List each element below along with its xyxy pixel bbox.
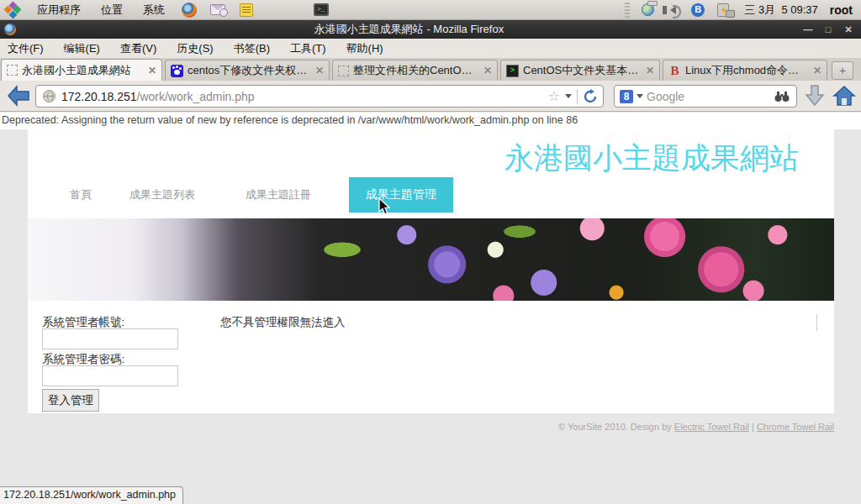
tab-centos-files[interactable]: 整理文件相关的CentO… ✕ <box>332 60 498 81</box>
mouse-cursor <box>378 197 393 216</box>
navigation-toolbar: 172.20.18.251/work/work_admin.php ☆ 8 <box>0 81 861 112</box>
divider-line <box>816 314 817 331</box>
reload-icon[interactable] <box>583 89 598 104</box>
firefox-window-icon <box>4 24 16 35</box>
search-bar[interactable]: 8 <box>614 85 797 108</box>
page-footer: © YourSite 2010. Design by Electric Towe… <box>558 422 834 432</box>
flower-banner-image <box>28 218 834 301</box>
menu-help[interactable]: 帮助(H) <box>339 39 391 58</box>
tab-centos-permissions[interactable]: centos下修改文件夹权… ✕ <box>165 60 330 81</box>
tab-centos-folders[interactable]: > CentOS中文件夹基本… ✕ <box>500 60 660 81</box>
tab-label: 永港國小主題成果網站 <box>22 63 143 78</box>
search-input[interactable] <box>647 90 774 103</box>
firefox-menubar: 文件(F) 编辑(E) 查看(V) 历史(S) 书签(B) 工具(T) 帮助(H… <box>0 39 861 58</box>
panel-grip-handle[interactable] <box>625 3 630 18</box>
system-menu[interactable]: 系统 <box>135 0 173 19</box>
downloads-icon[interactable] <box>804 84 826 108</box>
tab-close-icon[interactable]: ✕ <box>483 65 492 76</box>
blog-favicon-icon: B <box>668 65 681 77</box>
login-button[interactable]: 登入管理 <box>42 389 99 412</box>
bookmark-star-icon[interactable]: ☆ <box>548 88 560 104</box>
centos-logo-icon[interactable] <box>4 2 21 18</box>
url-bar[interactable]: 172.20.18.251/work/work_admin.php ☆ <box>35 85 604 108</box>
notes-launcher-icon[interactable] <box>238 2 255 18</box>
nav-topic-list-link[interactable]: 成果主題列表 <box>129 187 195 202</box>
default-favicon-icon <box>7 65 18 76</box>
close-icon[interactable]: ✕ <box>843 24 854 35</box>
footer-text: © YourSite 2010. Design by <box>558 422 674 432</box>
site-navigation: 首頁 成果主題列表 成果主題註冊 成果主題管理 <box>28 177 834 213</box>
email-launcher-icon[interactable] <box>209 2 226 18</box>
site-title: 永港國小主題成果網站 <box>504 139 799 178</box>
menu-edit[interactable]: 编辑(E) <box>56 39 108 58</box>
tab-close-icon[interactable]: ✕ <box>315 65 324 76</box>
tab-close-icon[interactable]: ✕ <box>646 65 654 76</box>
url-dropdown-icon[interactable] <box>565 94 572 102</box>
url-host: 172.20.18.251 <box>61 90 137 103</box>
terminal-favicon-icon: > <box>506 65 519 77</box>
applications-menu[interactable]: 应用程序 <box>29 0 89 19</box>
footer-link-chrome[interactable]: Chrome Towel Rail <box>757 422 834 432</box>
terminal-window-icon[interactable]: >_ <box>313 2 330 18</box>
firefox-launcher-icon[interactable] <box>181 2 198 18</box>
admin-account-input[interactable] <box>42 328 178 349</box>
new-tab-button[interactable]: ＋ <box>832 61 853 80</box>
power-battery-icon[interactable] <box>715 2 732 18</box>
footer-separator: | <box>749 422 757 432</box>
tab-label: Linux下用chmod命令… <box>685 63 808 78</box>
menu-tools[interactable]: 工具(T) <box>283 39 334 58</box>
screen: 应用程序 位置 系统 >_ B 三 3月 5 09:37 root 永港國小主題… <box>0 0 861 504</box>
menu-bookmarks[interactable]: 书签(B) <box>226 39 277 58</box>
tab-current-site[interactable]: 永港國小主題成果網站 ✕ <box>1 59 162 81</box>
places-menu[interactable]: 位置 <box>92 0 131 19</box>
window-title: 永港國小主題成果網站 - Mozilla Firefox <box>16 22 802 37</box>
php-deprecated-warning: Deprecated: Assigning the return value o… <box>0 113 861 129</box>
url-path: /work/work_admin.php <box>137 90 255 103</box>
admin-password-input[interactable] <box>42 365 178 386</box>
tab-label: 整理文件相关的CentO… <box>353 63 478 78</box>
maximize-icon[interactable]: □ <box>822 24 834 35</box>
baidu-favicon-icon <box>171 65 183 77</box>
home-icon[interactable] <box>832 84 856 108</box>
tab-label: centos下修改文件夹权… <box>188 63 310 78</box>
site-identity-globe-icon[interactable] <box>43 90 55 102</box>
google-favicon-icon: 8 <box>620 90 633 103</box>
nav-topic-manage-link[interactable]: 成果主題管理 <box>349 177 453 213</box>
tab-linux-chmod[interactable]: B Linux下用chmod命令… ✕ <box>663 60 827 81</box>
nav-home-link[interactable]: 首頁 <box>70 187 92 202</box>
menu-view[interactable]: 查看(V) <box>113 39 164 58</box>
tab-close-icon[interactable]: ✕ <box>148 65 156 76</box>
footer-link-electric[interactable]: Electric Towel Rail <box>674 422 749 432</box>
nav-topic-register-link[interactable]: 成果主題註冊 <box>246 187 311 202</box>
search-engine-dropdown-icon[interactable] <box>637 94 643 102</box>
page-content: 永港國小主題成果網站 首頁 成果主題列表 成果主題註冊 成果主題管理 系統管理者… <box>28 129 834 413</box>
network-keyboard-icon[interactable] <box>639 2 656 18</box>
volume-icon[interactable] <box>664 2 681 18</box>
panel-username: root <box>830 3 853 17</box>
back-button[interactable] <box>7 85 30 107</box>
permission-denied-message: 您不具管理權限無法進入 <box>220 315 346 330</box>
tab-label: CentOS中文件夹基本… <box>523 63 641 78</box>
page-viewport: Deprecated: Assigning the return value o… <box>0 113 861 504</box>
menu-file[interactable]: 文件(F) <box>0 39 51 58</box>
status-url-tooltip: 172.20.18.251/work/work_admin.php <box>0 486 183 504</box>
bluetooth-icon[interactable]: B <box>689 2 706 18</box>
menu-history[interactable]: 历史(S) <box>169 39 220 58</box>
gnome-panel: 应用程序 位置 系统 >_ B 三 3月 5 09:37 root <box>0 0 861 20</box>
find-binoculars-icon[interactable] <box>774 91 790 102</box>
default-favicon-icon <box>338 66 349 76</box>
panel-clock[interactable]: 三 3月 5 09:37 <box>744 3 817 18</box>
window-titlebar[interactable]: 永港國小主題成果網站 - Mozilla Firefox — □ ✕ <box>0 20 861 39</box>
tab-strip: 永港國小主題成果網站 ✕ centos下修改文件夹权… ✕ 整理文件相关的Cen… <box>0 58 861 81</box>
tab-close-icon[interactable]: ✕ <box>813 65 821 76</box>
minimize-icon[interactable]: — <box>802 24 814 35</box>
